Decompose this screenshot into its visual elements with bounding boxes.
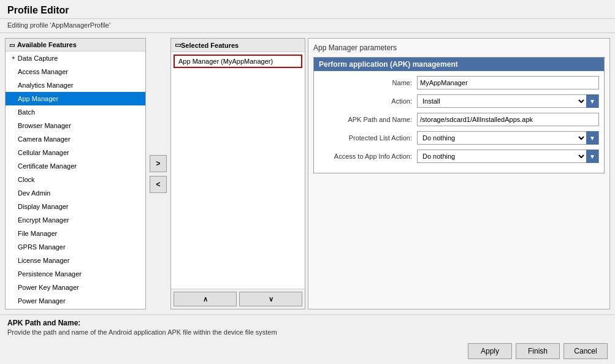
selected-features-expand-icon: ▭ xyxy=(175,41,181,49)
tree-leaf-item[interactable]: Certificate Manager xyxy=(6,159,145,173)
params-box: Perform application (APK) management Nam… xyxy=(313,57,605,173)
group-expand-icon: + xyxy=(12,53,15,64)
tree-leaf-item[interactable]: Batch xyxy=(6,105,145,119)
available-features-expand-icon: ▭ xyxy=(9,42,15,48)
action-select-arrow[interactable]: ▼ xyxy=(586,94,598,108)
action-buttons-bar: Apply Finish Cancel xyxy=(0,339,615,364)
protected-list-select-container: Do nothing Grant Deny ▼ xyxy=(417,131,599,145)
apk-path-label: APK Path and Name: xyxy=(319,116,417,123)
protected-list-select-arrow[interactable]: ▼ xyxy=(586,131,598,145)
window-title: Profile Editor xyxy=(7,5,608,16)
move-up-button[interactable]: ∧ xyxy=(174,292,237,306)
available-features-list: +Data CaptureAccess ManagerAnalytics Man… xyxy=(6,51,145,309)
add-feature-button[interactable]: > xyxy=(150,155,167,172)
move-buttons: ∧ ∨ xyxy=(171,289,305,309)
selected-features-label: Selected Features xyxy=(181,42,239,49)
name-input[interactable] xyxy=(417,76,599,89)
tree-leaf-item[interactable]: Analytics Manager xyxy=(6,78,145,92)
tree-leaf-item[interactable]: GPRS Manager xyxy=(6,240,145,254)
params-box-header: Perform application (APK) management xyxy=(314,58,604,71)
app-manager-params-panel: App Manager parameters Perform applicati… xyxy=(308,38,610,309)
action-select-container: Install Uninstall Update ▼ xyxy=(417,94,599,108)
name-label: Name: xyxy=(319,79,417,86)
action-param-row: Action: Install Uninstall Update ▼ xyxy=(319,94,599,108)
action-label: Action: xyxy=(319,97,417,105)
tree-leaf-item[interactable]: Encrypt Manager xyxy=(6,213,145,227)
tree-leaf-item[interactable]: Camera Manager xyxy=(6,132,145,146)
available-features-header: ▭ Available Features xyxy=(6,39,145,51)
selected-features-panel: ▭ Selected Features App Manager (MyAppMa… xyxy=(170,38,305,309)
tree-leaf-item[interactable]: App Manager xyxy=(6,92,145,105)
profile-editor-window: Profile Editor Editing profile 'AppManag… xyxy=(0,0,615,364)
tree-leaf-item[interactable]: Access Manager xyxy=(6,65,145,78)
app-info-param-row: Access to App Info Action: Do nothing Gr… xyxy=(319,150,599,163)
help-text: Provide the path and name of the Android… xyxy=(7,328,608,336)
protected-list-label: Protected List Action: xyxy=(319,134,417,142)
subtitle: Editing profile 'AppManagerProfile' xyxy=(0,19,615,33)
apk-path-input[interactable] xyxy=(417,113,599,126)
help-title: APK Path and Name: xyxy=(7,319,608,327)
transfer-buttons: > < xyxy=(148,38,168,309)
selected-features-list: App Manager (MyAppManager) xyxy=(171,52,305,289)
tree-leaf-item[interactable]: Power Manager xyxy=(6,294,145,308)
available-features-label: Available Features xyxy=(17,41,77,48)
selected-features-header: ▭ Selected Features xyxy=(171,39,305,52)
tree-leaf-item[interactable]: Dev Admin xyxy=(6,186,145,200)
tree-leaf-item[interactable]: Browser Manager xyxy=(6,119,145,132)
finish-button[interactable]: Finish xyxy=(516,343,560,359)
tree-leaf-item[interactable]: Clock xyxy=(6,173,145,186)
tree-group-item[interactable]: +Data Capture xyxy=(6,51,145,65)
app-info-label: Access to App Info Action: xyxy=(319,153,417,160)
tree-leaf-item[interactable]: Persistence Manager xyxy=(6,267,145,281)
apk-path-param-row: APK Path and Name: xyxy=(319,113,599,126)
name-param-row: Name: xyxy=(319,76,599,89)
title-bar: Profile Editor xyxy=(0,0,615,19)
cancel-button[interactable]: Cancel xyxy=(563,343,608,359)
tree-leaf-item[interactable]: File Manager xyxy=(6,227,145,240)
tree-leaf-item[interactable]: Cellular Manager xyxy=(6,146,145,159)
main-content: ▭ Available Features +Data CaptureAccess… xyxy=(0,33,615,314)
app-info-select[interactable]: Do nothing Grant Deny xyxy=(418,150,586,162)
tree-leaf-item[interactable]: License Manager xyxy=(6,254,145,267)
tree-leaf-item[interactable]: Display Manager xyxy=(6,200,145,213)
protected-list-select[interactable]: Do nothing Grant Deny xyxy=(418,132,586,144)
app-info-select-arrow[interactable]: ▼ xyxy=(586,150,598,163)
app-info-select-container: Do nothing Grant Deny ▼ xyxy=(417,150,599,163)
help-section: APK Path and Name: Provide the path and … xyxy=(0,314,615,339)
tree-leaf-item[interactable]: SD Card Manager xyxy=(6,308,145,309)
apply-button[interactable]: Apply xyxy=(468,343,512,359)
move-down-button[interactable]: ∨ xyxy=(239,292,302,306)
action-select[interactable]: Install Uninstall Update xyxy=(418,95,586,107)
remove-feature-button[interactable]: < xyxy=(150,176,167,193)
params-box-content: Name: Action: Install Uninstall Update xyxy=(314,71,604,173)
selected-feature-item[interactable]: App Manager (MyAppManager) xyxy=(174,55,302,68)
tree-leaf-item[interactable]: Power Key Manager xyxy=(6,281,145,294)
available-features-panel: ▭ Available Features +Data CaptureAccess… xyxy=(5,38,146,309)
right-panel-title: App Manager parameters xyxy=(313,44,605,52)
protected-list-param-row: Protected List Action: Do nothing Grant … xyxy=(319,131,599,145)
